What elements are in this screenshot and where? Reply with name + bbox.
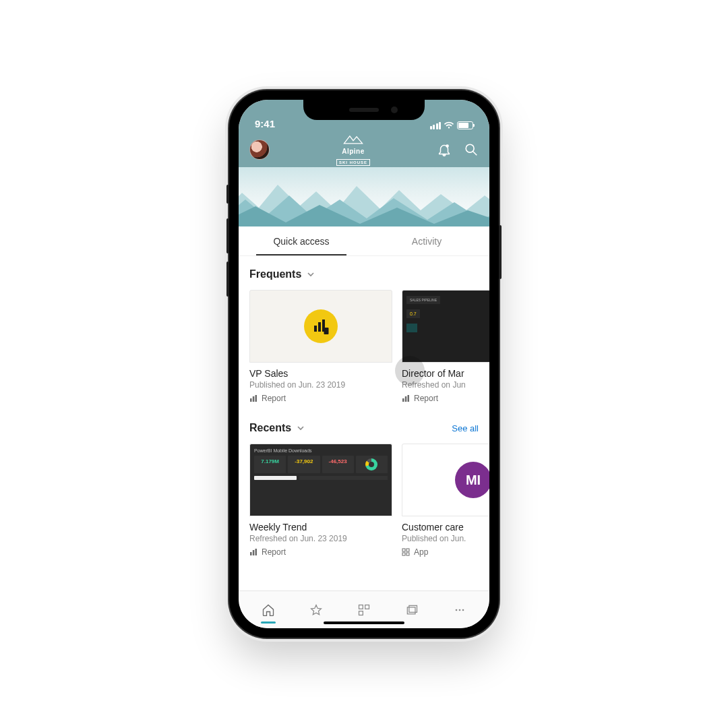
svg-rect-10 (402, 398, 404, 402)
card-type: Report (249, 547, 392, 557)
section-header: Recents See all (249, 422, 489, 434)
see-all-link[interactable]: See all (452, 423, 479, 433)
report-icon (249, 548, 257, 556)
svg-rect-8 (253, 396, 255, 402)
nav-favorites[interactable] (301, 595, 331, 625)
nav-home[interactable] (253, 595, 283, 625)
card-type: Report (402, 394, 489, 403)
svg-rect-15 (255, 549, 257, 555)
workspaces-icon (405, 603, 419, 617)
report-icon (402, 394, 410, 402)
status-right-cluster (430, 121, 474, 129)
card-title: Director of Mar (402, 368, 489, 379)
notifications-button[interactable] (437, 142, 452, 157)
app-initials: MI (466, 473, 481, 488)
section-header[interactable]: Frequents (249, 268, 489, 280)
status-time: 9:41 (255, 118, 275, 129)
svg-point-0 (446, 144, 449, 148)
svg-rect-18 (402, 553, 405, 555)
svg-rect-12 (408, 395, 410, 402)
main-content[interactable]: Frequents VP Sales Published on Jun. 23 (239, 256, 489, 590)
header-actions (437, 142, 479, 157)
card-subtitle: Published on Jun. (402, 534, 489, 543)
svg-rect-3 (314, 326, 317, 332)
wifi-icon (444, 121, 454, 129)
recents-card[interactable]: MI Customer care Published on Jun. App (402, 444, 489, 557)
card-title: Customer care (402, 522, 489, 533)
card-type-label: Report (262, 394, 286, 403)
banner-image (239, 167, 489, 226)
svg-rect-11 (405, 396, 407, 402)
svg-rect-23 (407, 607, 415, 613)
dash-kpi: -37,902 (289, 458, 318, 464)
card-thumbnail: MI (402, 444, 489, 516)
report-icon (249, 394, 257, 402)
svg-rect-24 (409, 605, 417, 612)
svg-rect-20 (359, 605, 363, 609)
svg-rect-16 (402, 549, 405, 551)
volume-up-button (226, 218, 229, 253)
user-avatar-button[interactable] (249, 140, 270, 160)
svg-rect-14 (253, 550, 255, 555)
svg-rect-22 (359, 611, 363, 615)
home-indicator[interactable] (324, 621, 404, 624)
brand-line1: Alpine (336, 148, 370, 155)
svg-point-27 (462, 609, 464, 611)
brand-logo: Alpine SKI HOUSE (336, 134, 370, 166)
speaker-grill (349, 108, 379, 112)
phone-screen: 9:41 Alpine SKI HOUSE (239, 100, 489, 628)
card-thumbnail: PowerBI Mobile Downloads 7.179M -37,902 … (249, 444, 392, 516)
powerbi-badge-icon (304, 309, 338, 343)
bars-thumb-icon (299, 476, 388, 480)
kpi-chip (406, 324, 417, 332)
tab-quick-access[interactable]: Quick access (239, 226, 364, 255)
section-title-button[interactable]: Recents (249, 422, 305, 434)
kpi-chip: SALES PIPELINE (406, 296, 440, 304)
svg-rect-17 (406, 549, 409, 551)
card-type: Report (249, 394, 392, 403)
mute-switch (226, 185, 229, 204)
section-title-text: Frequents (249, 268, 301, 280)
card-title: VP Sales (249, 368, 392, 379)
frequents-card[interactable]: VP Sales Published on Jun. 23 2019 Repor… (249, 290, 392, 403)
brand-line2: SKI HOUSE (336, 159, 370, 166)
front-camera (391, 107, 398, 113)
card-thumbnail (249, 290, 392, 363)
app-header: Alpine SKI HOUSE (239, 132, 489, 167)
card-type: App (402, 547, 489, 557)
search-button[interactable] (464, 142, 479, 157)
dash-thumb-heading: PowerBI Mobile Downloads (254, 448, 388, 453)
recents-row[interactable]: PowerBI Mobile Downloads 7.179M -37,902 … (249, 444, 489, 557)
section-recents: Recents See all PowerBI Mobile Downloads… (239, 410, 489, 564)
donut-icon (365, 458, 377, 471)
svg-point-1 (466, 144, 474, 152)
card-subtitle: Refreshed on Jun (402, 380, 489, 390)
tab-activity[interactable]: Activity (364, 226, 489, 255)
card-thumbnail: SALES PIPELINE 0.7 (402, 290, 489, 363)
frequents-card[interactable]: SALES PIPELINE 0.7 Director of Mar Refre… (402, 290, 489, 403)
frequents-row[interactable]: VP Sales Published on Jun. 23 2019 Repor… (249, 290, 489, 403)
dash-kpi: -46,523 (324, 458, 353, 464)
nav-more[interactable] (445, 595, 475, 625)
more-icon (453, 603, 466, 617)
svg-point-26 (459, 609, 461, 611)
nav-apps[interactable] (349, 595, 379, 625)
content-tabs: Quick access Activity (239, 226, 489, 256)
svg-rect-4 (318, 322, 321, 332)
section-title-text: Recents (249, 422, 291, 434)
svg-rect-21 (365, 605, 369, 609)
apps-grid-icon (357, 603, 371, 617)
signal-icon (430, 122, 442, 129)
home-icon (262, 603, 275, 617)
svg-point-25 (456, 609, 458, 611)
svg-rect-9 (255, 395, 257, 402)
svg-line-2 (473, 152, 477, 156)
chevron-down-icon (297, 424, 305, 432)
svg-rect-13 (250, 552, 252, 555)
mountain-range-icon (239, 179, 489, 226)
nav-workspaces[interactable] (397, 595, 427, 625)
svg-rect-6 (324, 328, 329, 334)
recents-card[interactable]: PowerBI Mobile Downloads 7.179M -37,902 … (249, 444, 392, 557)
section-frequents: Frequents VP Sales Published on Jun. 23 (239, 256, 489, 410)
card-subtitle: Refreshed on Jun. 23 2019 (249, 534, 392, 543)
